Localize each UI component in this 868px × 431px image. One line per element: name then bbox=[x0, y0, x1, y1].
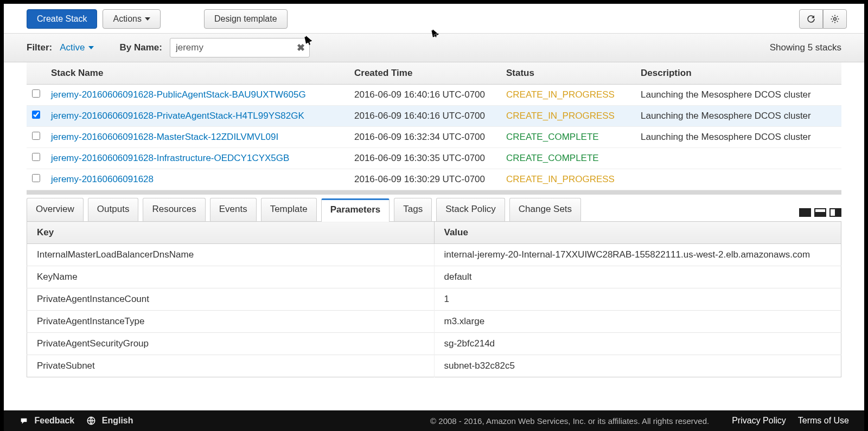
param-key: KeyName bbox=[27, 266, 435, 288]
layout-vsplit-icon[interactable] bbox=[829, 208, 841, 217]
showing-count: Showing 5 stacks bbox=[770, 42, 841, 53]
created-time: 2016-06-09 16:40:16 UTC-0700 bbox=[349, 106, 501, 127]
table-row: PrivateAgentInstanceCount1 bbox=[27, 288, 841, 311]
terms-link[interactable]: Terms of Use bbox=[798, 416, 849, 426]
refresh-button[interactable] bbox=[799, 9, 823, 29]
param-value: 1 bbox=[434, 288, 841, 311]
language-label: English bbox=[102, 416, 133, 425]
parameters-table: Key Value InternalMasterLoadBalancerDnsN… bbox=[27, 221, 841, 377]
param-key: InternalMasterLoadBalancerDnsName bbox=[27, 244, 435, 266]
caret-down-icon bbox=[88, 46, 94, 49]
stacks-table: Stack Name Created Time Status Descripti… bbox=[27, 62, 841, 190]
feedback-label: Feedback bbox=[34, 416, 74, 425]
tab-change-sets[interactable]: Change Sets bbox=[509, 198, 581, 221]
tab-template[interactable]: Template bbox=[261, 198, 317, 221]
param-value: internal-jeremy-20-Internal-17XXUIWC28RA… bbox=[434, 244, 841, 266]
table-row[interactable]: jeremy-201606060916282016-06-09 16:30:29… bbox=[27, 169, 841, 190]
table-row: PrivateAgentSecurityGroupsg-2bfc214d bbox=[27, 333, 841, 355]
table-row[interactable]: jeremy-20160606091628-Infrastructure-OED… bbox=[27, 148, 841, 169]
tab-outputs[interactable]: Outputs bbox=[88, 198, 139, 221]
status-text: CREATE_IN_PROGRESS bbox=[501, 106, 635, 127]
stack-name-link[interactable]: jeremy-20160606091628-MasterStack-12ZDIL… bbox=[51, 132, 278, 142]
detail-tabs: Overview Outputs Resources Events Templa… bbox=[4, 195, 864, 221]
col-value[interactable]: Value bbox=[434, 222, 841, 244]
layout-hsplit-icon[interactable] bbox=[814, 208, 826, 217]
table-row: InternalMasterLoadBalancerDnsNameinterna… bbox=[27, 244, 841, 266]
filter-bar: Filter: Active By Name: ✖ Showing 5 stac… bbox=[4, 33, 864, 62]
param-key: PrivateAgentSecurityGroup bbox=[27, 333, 435, 355]
row-checkbox[interactable] bbox=[32, 132, 40, 140]
tab-tags[interactable]: Tags bbox=[394, 198, 432, 221]
table-row: KeyNamedefault bbox=[27, 266, 841, 288]
settings-button[interactable] bbox=[823, 9, 847, 29]
col-stack-name[interactable]: Stack Name bbox=[46, 62, 349, 85]
actions-label: Actions bbox=[113, 14, 141, 24]
col-checkbox bbox=[27, 62, 46, 85]
description-text bbox=[635, 169, 841, 190]
name-filter-input[interactable] bbox=[170, 38, 309, 57]
tab-parameters[interactable]: Parameters bbox=[321, 198, 390, 222]
status-text: CREATE_IN_PROGRESS bbox=[501, 85, 635, 106]
row-checkbox[interactable] bbox=[32, 89, 40, 98]
globe-icon bbox=[86, 416, 96, 426]
caret-down-icon bbox=[145, 17, 150, 21]
refresh-icon bbox=[806, 14, 816, 24]
row-checkbox[interactable] bbox=[32, 111, 40, 119]
param-key: PrivateAgentInstanceCount bbox=[27, 288, 435, 311]
byname-label: By Name: bbox=[120, 42, 162, 53]
param-value: default bbox=[434, 266, 841, 288]
filter-label: Filter: bbox=[27, 42, 52, 53]
pane-divider[interactable] bbox=[27, 190, 841, 195]
col-created-time[interactable]: Created Time bbox=[349, 62, 501, 85]
stack-name-link[interactable]: jeremy-20160606091628-PrivateAgentStack-… bbox=[51, 111, 304, 121]
actions-dropdown[interactable]: Actions bbox=[103, 9, 160, 29]
toolbar-icon-group bbox=[800, 9, 847, 29]
created-time: 2016-06-09 16:30:35 UTC-0700 bbox=[349, 148, 501, 169]
language-selector[interactable]: English bbox=[86, 416, 133, 426]
filter-status-dropdown[interactable]: Active bbox=[60, 42, 93, 53]
feedback-link[interactable]: Feedback bbox=[19, 416, 74, 426]
param-value: subnet-b32c82c5 bbox=[434, 355, 841, 377]
feedback-icon bbox=[19, 417, 29, 426]
stack-name-link[interactable]: jeremy-20160606091628-Infrastructure-OED… bbox=[51, 153, 289, 163]
svg-point-0 bbox=[834, 18, 837, 21]
created-time: 2016-06-09 16:30:29 UTC-0700 bbox=[349, 169, 501, 190]
layout-switcher bbox=[799, 208, 841, 221]
status-text: CREATE_COMPLETE bbox=[501, 127, 635, 148]
status-text: CREATE_COMPLETE bbox=[501, 148, 635, 169]
clear-filter-icon[interactable]: ✖ bbox=[297, 42, 305, 54]
param-value: sg-2bfc214d bbox=[434, 333, 841, 355]
create-stack-button[interactable]: Create Stack bbox=[27, 9, 97, 29]
description-text: Launching the Mesosphere DCOS cluster bbox=[635, 127, 841, 148]
description-text bbox=[635, 148, 841, 169]
description-text: Launching the Mesosphere DCOS cluster bbox=[635, 106, 841, 127]
tab-events[interactable]: Events bbox=[210, 198, 257, 221]
col-key[interactable]: Key bbox=[27, 222, 435, 244]
copyright-text: © 2008 - 2016, Amazon Web Services, Inc.… bbox=[145, 416, 720, 426]
col-description[interactable]: Description bbox=[635, 62, 841, 85]
table-row[interactable]: jeremy-20160606091628-MasterStack-12ZDIL… bbox=[27, 127, 841, 148]
layout-single-icon[interactable] bbox=[799, 208, 811, 217]
table-row[interactable]: jeremy-20160606091628-PrivateAgentStack-… bbox=[27, 106, 841, 127]
tab-stack-policy[interactable]: Stack Policy bbox=[436, 198, 505, 221]
created-time: 2016-06-09 16:32:34 UTC-0700 bbox=[349, 127, 501, 148]
table-row[interactable]: jeremy-20160606091628-PublicAgentStack-B… bbox=[27, 85, 841, 106]
footer: Feedback English © 2008 - 2016, Amazon W… bbox=[4, 410, 864, 431]
created-time: 2016-06-09 16:40:16 UTC-0700 bbox=[349, 85, 501, 106]
col-status[interactable]: Status bbox=[501, 62, 635, 85]
tab-overview[interactable]: Overview bbox=[27, 198, 84, 221]
tab-resources[interactable]: Resources bbox=[143, 198, 205, 221]
design-template-button[interactable]: Design template bbox=[204, 9, 288, 29]
row-checkbox[interactable] bbox=[32, 174, 40, 182]
table-row: PrivateSubnetsubnet-b32c82c5 bbox=[27, 355, 841, 377]
description-text: Launching the Mesosphere DCOS cluster bbox=[635, 85, 841, 106]
row-checkbox[interactable] bbox=[32, 153, 40, 161]
stack-name-link[interactable]: jeremy-20160606091628-PublicAgentStack-B… bbox=[51, 89, 306, 100]
filter-status-text: Active bbox=[60, 42, 85, 53]
name-filter-wrap: ✖ bbox=[170, 38, 310, 57]
privacy-link[interactable]: Privacy Policy bbox=[732, 416, 786, 426]
stack-name-link[interactable]: jeremy-20160606091628 bbox=[51, 174, 154, 184]
param-key: PrivateAgentInstanceType bbox=[27, 311, 435, 333]
gear-icon bbox=[830, 14, 840, 24]
toolbar: Create Stack Actions Design template bbox=[4, 4, 864, 33]
